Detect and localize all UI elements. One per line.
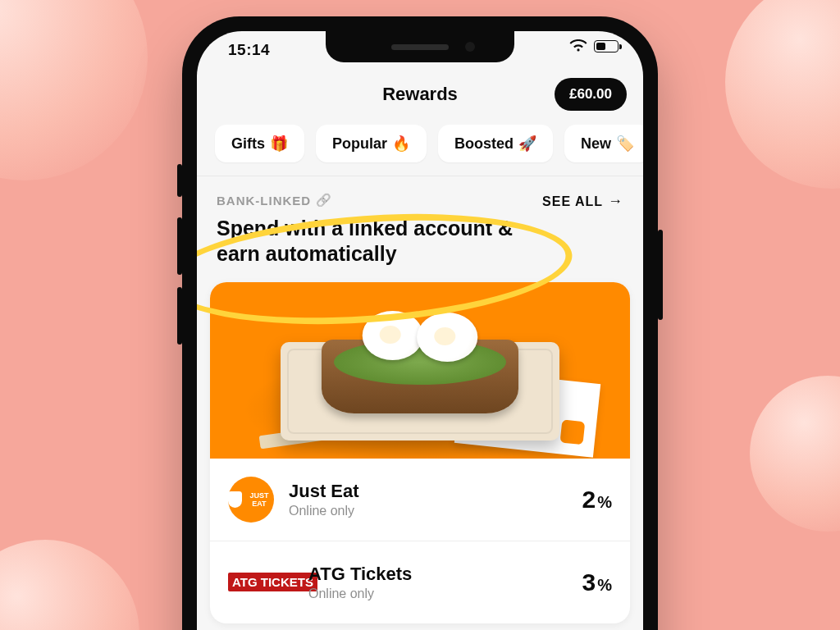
fire-icon: 🔥 bbox=[392, 135, 410, 153]
volume-up-button bbox=[177, 217, 182, 275]
rate-value: 3 bbox=[582, 568, 596, 596]
offer-text: ATG Tickets Online only bbox=[308, 564, 568, 601]
arrow-right-icon: → bbox=[608, 193, 623, 210]
phone-screen: 15:14 Rewards £60.00 Gifts 🎁 bbox=[197, 31, 643, 630]
merchant-name: ATG Tickets bbox=[308, 564, 568, 585]
eyebrow-text: BANK-LINKED bbox=[217, 194, 311, 208]
phone-notch bbox=[326, 31, 514, 62]
merchant-logo-text: JUST EAT bbox=[244, 491, 274, 508]
tab-label: Popular bbox=[332, 135, 387, 153]
bg-bubble bbox=[0, 540, 139, 630]
battery-icon bbox=[594, 40, 619, 52]
merchant-logo-atg: ATG TICKETS bbox=[228, 559, 294, 605]
offer-row[interactable]: JUST EAT Just Eat Online only 2% bbox=[210, 459, 630, 541]
bg-bubble bbox=[0, 0, 148, 180]
merchant-logo-text: ATG TICKETS bbox=[228, 573, 317, 591]
promo-stage: 15:14 Rewards £60.00 Gifts 🎁 bbox=[0, 0, 840, 630]
bank-linked-section: BANK-LINKED 🔗 SEE ALL → Spend with a lin… bbox=[197, 176, 643, 267]
merchant-subtext: Online only bbox=[289, 504, 568, 518]
volume-down-button bbox=[177, 287, 182, 345]
rocket-icon: 🚀 bbox=[518, 135, 536, 153]
section-title: Spend with a linked account & earn autom… bbox=[217, 216, 561, 267]
bg-bubble bbox=[750, 376, 840, 532]
offers-card: JUST EAT Just Eat Online only 2% ATG TIC… bbox=[210, 282, 630, 623]
cashback-rate: 3% bbox=[582, 568, 612, 596]
merchant-name: Just Eat bbox=[289, 481, 568, 502]
gift-icon: 🎁 bbox=[270, 135, 288, 153]
merchant-logo-justeat: JUST EAT bbox=[228, 477, 274, 523]
balance-pill[interactable]: £60.00 bbox=[555, 78, 627, 111]
page-header: Rewards £60.00 bbox=[197, 71, 643, 118]
percent-icon: % bbox=[597, 493, 612, 512]
rate-value: 2 bbox=[582, 486, 596, 514]
cashback-rate: 2% bbox=[582, 486, 612, 514]
hero-image[interactable] bbox=[210, 282, 630, 459]
link-icon: 🔗 bbox=[316, 193, 332, 208]
page-title: Rewards bbox=[382, 84, 458, 105]
percent-icon: % bbox=[597, 576, 612, 595]
see-all-label: SEE ALL bbox=[542, 194, 603, 209]
tab-gifts[interactable]: Gifts 🎁 bbox=[215, 125, 304, 162]
power-button bbox=[658, 230, 663, 320]
see-all-link[interactable]: SEE ALL → bbox=[542, 193, 623, 210]
tab-label: Boosted bbox=[454, 135, 514, 153]
mute-switch bbox=[177, 164, 182, 197]
hero-brand-mark bbox=[560, 419, 586, 445]
category-tabs: Gifts 🎁 Popular 🔥 Boosted 🚀 New 🏷️ bbox=[197, 118, 643, 176]
phone-frame: 15:14 Rewards £60.00 Gifts 🎁 bbox=[182, 16, 658, 630]
hero-egg bbox=[417, 313, 477, 362]
tab-label: Gifts bbox=[231, 135, 265, 153]
merchant-subtext: Online only bbox=[308, 587, 568, 601]
offer-text: Just Eat Online only bbox=[289, 481, 568, 518]
tag-icon: 🏷️ bbox=[616, 135, 634, 153]
offer-row[interactable]: ATG TICKETS ATG Tickets Online only 3% bbox=[210, 541, 630, 623]
hero-egg bbox=[363, 311, 423, 360]
tab-popular[interactable]: Popular 🔥 bbox=[316, 125, 427, 162]
bg-bubble bbox=[725, 0, 840, 189]
tab-label: New bbox=[581, 135, 611, 153]
tab-new[interactable]: New 🏷️ bbox=[564, 125, 643, 162]
wifi-icon bbox=[569, 39, 587, 52]
status-indicators bbox=[569, 39, 619, 52]
status-time: 15:14 bbox=[228, 41, 270, 59]
tab-boosted[interactable]: Boosted 🚀 bbox=[438, 125, 553, 162]
